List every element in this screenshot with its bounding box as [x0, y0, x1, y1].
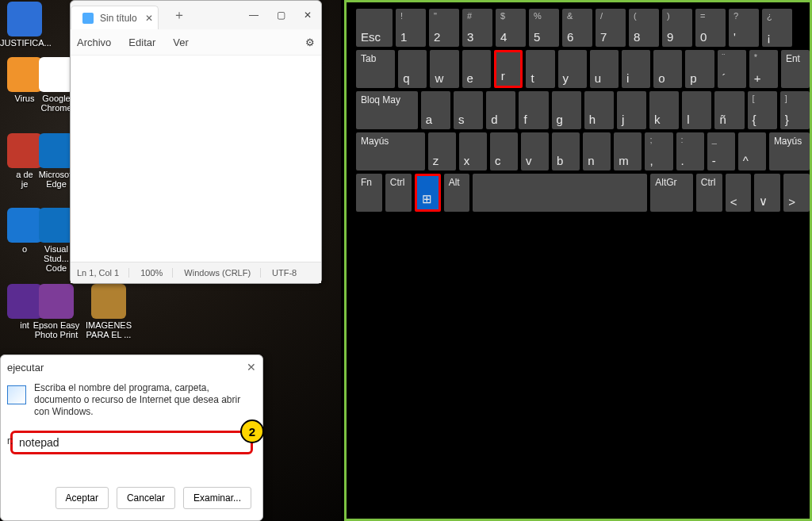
key-b[interactable]: b: [552, 132, 580, 170]
key-¡[interactable]: ¿¡: [762, 9, 792, 47]
key-´[interactable]: ¨´: [718, 50, 746, 88]
new-tab-button[interactable]: ＋: [173, 7, 186, 24]
key-}[interactable]: ]}: [780, 91, 810, 129]
key-k[interactable]: k: [649, 91, 679, 129]
menu-file[interactable]: Archivo: [77, 36, 111, 48]
key--[interactable]: _-: [707, 132, 735, 170]
notepad-tab[interactable]: Sin título ✕: [71, 6, 159, 30]
notepad-menubar: Archivo Editar Ver ⚙: [71, 29, 321, 56]
key-8[interactable]: (8: [629, 9, 659, 47]
key-p[interactable]: p: [685, 50, 714, 88]
minimize-button[interactable]: —: [240, 3, 267, 27]
key-Bloq May[interactable]: Bloq May: [356, 91, 418, 129]
key-^[interactable]: ^: [738, 132, 766, 170]
key-space[interactable]: [473, 174, 647, 212]
key-d[interactable]: d: [486, 91, 515, 129]
key-1[interactable]: !1: [396, 9, 426, 47]
desktop-icon[interactable]: IMAGENESPARA EL ...: [84, 284, 133, 339]
maximize-button[interactable]: ▢: [267, 3, 294, 27]
run-dialog: ejecutar ✕ Escriba el nombre del program…: [0, 354, 263, 521]
key-+[interactable]: *+: [749, 50, 778, 88]
key-7[interactable]: /7: [596, 9, 626, 47]
key-Mayús[interactable]: Mayús: [769, 132, 810, 170]
notepad-icon: [82, 13, 94, 24]
cancel-button[interactable]: Cancelar: [117, 487, 175, 509]
desktop-background: JUSTIFICA...Virusa dejeointGoogleChromeM…: [0, 0, 341, 521]
key->[interactable]: >: [783, 174, 810, 212]
key-l[interactable]: l: [682, 91, 711, 129]
tab-close-icon[interactable]: ✕: [145, 13, 153, 24]
key-w[interactable]: w: [430, 50, 458, 88]
key-6[interactable]: &6: [562, 9, 592, 47]
onscreen-keyboard: Esc!1"2#3$4%5&6/7(8)9=0?'¿¡Tabqwertyuiop…: [356, 9, 810, 223]
key-c[interactable]: c: [490, 132, 518, 170]
key-n[interactable]: n: [583, 132, 611, 170]
gear-icon[interactable]: ⚙: [305, 36, 315, 48]
key-∨[interactable]: ∨: [754, 174, 780, 212]
ok-button[interactable]: Aceptar: [56, 487, 109, 509]
key-Alt[interactable]: Alt: [444, 174, 470, 212]
notepad-statusbar: Ln 1, Col 1 100% Windows (CRLF) UTF-8: [71, 262, 321, 283]
run-titlebar[interactable]: ejecutar ✕: [1, 355, 262, 379]
status-encoding: UTF-8: [272, 268, 306, 278]
run-title-text: ejecutar: [7, 362, 44, 374]
key-Mayús[interactable]: Mayús: [356, 132, 425, 170]
notepad-window: Sin título ✕ ＋ — ▢ ✕ Archivo Editar Ver …: [70, 0, 322, 284]
notepad-textarea[interactable]: [71, 56, 321, 262]
notepad-titlebar[interactable]: Sin título ✕ ＋ — ▢ ✕: [71, 1, 321, 29]
key-x[interactable]: x: [459, 132, 487, 170]
key-a[interactable]: a: [421, 91, 450, 129]
run-field-label: r:: [7, 435, 13, 446]
key-<[interactable]: <: [726, 174, 752, 212]
key-h[interactable]: h: [584, 91, 614, 129]
key-2[interactable]: "2: [429, 9, 459, 47]
key-m[interactable]: m: [614, 132, 642, 170]
tab-title: Sin título: [100, 13, 137, 24]
key-3[interactable]: #3: [462, 9, 492, 47]
key-AltGr[interactable]: AltGr: [650, 174, 693, 212]
run-description: Escriba el nombre del programa, carpeta,…: [34, 382, 250, 418]
key-t[interactable]: t: [526, 50, 554, 88]
run-icon: [7, 385, 26, 404]
key-v[interactable]: v: [521, 132, 549, 170]
key-j[interactable]: j: [617, 91, 646, 129]
key-o[interactable]: o: [653, 50, 682, 88]
key-r[interactable]: r: [494, 50, 523, 88]
browse-button[interactable]: Examinar...: [183, 487, 251, 509]
key-Esc[interactable]: Esc: [356, 9, 393, 47]
key-i[interactable]: i: [622, 50, 650, 88]
key-Ent[interactable]: Ent: [781, 50, 810, 88]
key-Ctrl[interactable]: Ctrl: [696, 174, 722, 212]
key-z[interactable]: z: [428, 132, 456, 170]
key-0[interactable]: =0: [695, 9, 726, 47]
desktop-icon[interactable]: JUSTIFICA...: [0, 2, 49, 48]
menu-edit[interactable]: Editar: [128, 36, 155, 48]
key-{[interactable]: [{: [748, 91, 777, 129]
key-Ctrl[interactable]: Ctrl: [385, 174, 412, 212]
key-y[interactable]: y: [558, 50, 587, 88]
key-4[interactable]: $4: [496, 9, 526, 47]
key-ñ[interactable]: ñ: [714, 91, 744, 129]
key-.[interactable]: :.: [676, 132, 704, 170]
key-g[interactable]: g: [552, 91, 581, 129]
key-'[interactable]: ?': [729, 9, 759, 47]
close-button[interactable]: ✕: [294, 3, 321, 27]
status-eol: Windows (CRLF): [184, 268, 261, 278]
key-Fn[interactable]: Fn: [356, 174, 382, 212]
key-9[interactable]: )9: [662, 9, 692, 47]
menu-view[interactable]: Ver: [173, 36, 189, 48]
status-zoom: 100%: [140, 268, 173, 278]
key-e[interactable]: e: [462, 50, 491, 88]
key-Tab[interactable]: Tab: [356, 50, 395, 88]
key-⊞[interactable]: ⊞: [415, 174, 441, 212]
key-,[interactable]: ;,: [645, 132, 672, 170]
key-f[interactable]: f: [519, 91, 548, 129]
key-5[interactable]: %5: [529, 9, 559, 47]
key-q[interactable]: q: [398, 50, 427, 88]
key-s[interactable]: s: [454, 91, 483, 129]
run-command-input[interactable]: [10, 431, 253, 454]
close-icon[interactable]: ✕: [247, 361, 256, 374]
key-u[interactable]: u: [590, 50, 619, 88]
status-position: Ln 1, Col 1: [77, 268, 129, 278]
desktop-icon[interactable]: Epson EasyPhoto Print: [32, 284, 81, 339]
